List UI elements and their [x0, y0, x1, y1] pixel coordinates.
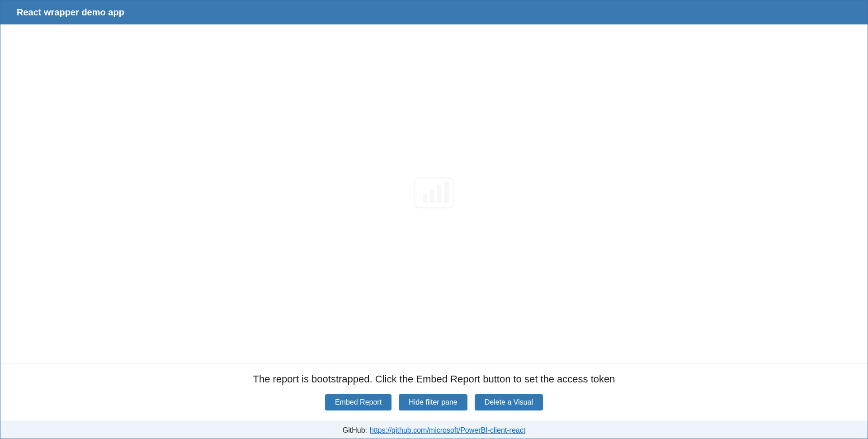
- delete-visual-button[interactable]: Delete a Visual: [475, 394, 543, 410]
- app-header: React wrapper demo app: [0, 0, 868, 24]
- controls-panel: The report is bootstrapped. Click the Em…: [0, 363, 868, 421]
- svg-rect-3: [437, 185, 442, 203]
- status-message: The report is bootstrapped. Click the Em…: [0, 373, 868, 385]
- svg-rect-2: [430, 190, 434, 203]
- svg-rect-4: [444, 181, 449, 203]
- powerbi-logo-icon: [414, 177, 454, 210]
- hide-filter-pane-button[interactable]: Hide filter pane: [399, 394, 467, 410]
- github-link[interactable]: https://github.com/microsoft/PowerBI-cli…: [370, 426, 525, 434]
- footer-label: GitHub:: [343, 426, 367, 434]
- app-title: React wrapper demo app: [17, 7, 124, 18]
- footer: GitHub: https://github.com/microsoft/Pow…: [0, 421, 868, 439]
- svg-rect-1: [423, 194, 427, 203]
- embed-report-button[interactable]: Embed Report: [325, 394, 392, 410]
- app-root: React wrapper demo app The report is boo…: [0, 0, 868, 439]
- report-embed-area: [0, 24, 868, 363]
- button-row: Embed Report Hide filter pane Delete a V…: [0, 394, 868, 410]
